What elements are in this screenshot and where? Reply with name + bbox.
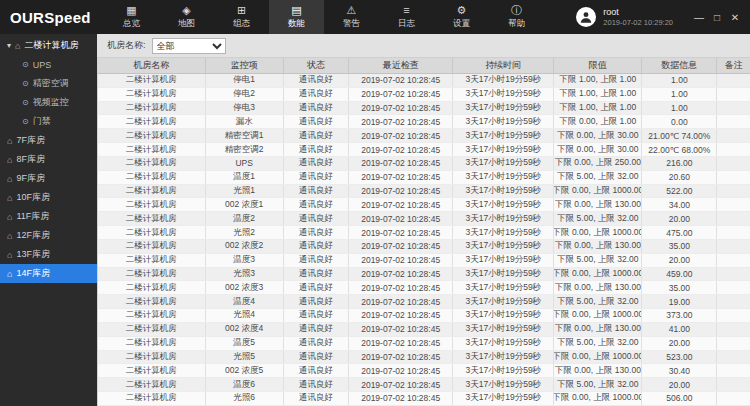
sidebar-item-精密空调[interactable]: ⊙精密空调 bbox=[0, 74, 97, 93]
nav-item-帮助[interactable]: ⓘ帮助 bbox=[489, 0, 544, 34]
close-button[interactable]: ✕ bbox=[726, 0, 744, 34]
sidebar-item-8F库房[interactable]: ⌂8F库房 bbox=[0, 150, 97, 169]
table-row[interactable]: 二楼计算机房温度4通讯良好2019-07-02 10:28:453天17小时19… bbox=[98, 295, 750, 309]
sidebar-item-label: UPS bbox=[33, 60, 52, 70]
sidebar-item-视频监控[interactable]: ⊙视频监控 bbox=[0, 93, 97, 112]
table-row[interactable]: 二楼计算机房温度5通讯良好2019-07-02 10:28:453天17小时19… bbox=[98, 337, 750, 351]
table-cell: 2019-07-02 10:28:45 bbox=[349, 143, 453, 156]
table-cell: 二楼计算机房 bbox=[98, 198, 206, 211]
nav-item-设置[interactable]: ⚙设置 bbox=[434, 0, 489, 34]
table-row[interactable]: 二楼计算机房002 浓度4通讯良好2019-07-02 10:28:453天17… bbox=[98, 323, 750, 337]
table-row[interactable]: 二楼计算机房光照5通讯良好2019-07-02 10:28:453天17小时19… bbox=[98, 351, 750, 365]
table-cell: 下限 5.00, 上限 32.00 bbox=[554, 337, 642, 350]
room-filter-select[interactable]: 全部 bbox=[152, 38, 226, 54]
table-cell bbox=[717, 254, 750, 267]
sidebar-item-13F库房[interactable]: ⌂13F库房 bbox=[0, 245, 97, 264]
table-row[interactable]: 二楼计算机房002 浓度3通讯良好2019-07-02 10:28:453天17… bbox=[98, 281, 750, 295]
maximize-button[interactable]: □ bbox=[708, 0, 726, 34]
table-row[interactable]: 二楼计算机房光照1通讯良好2019-07-02 10:28:453天17小时19… bbox=[98, 185, 750, 199]
table-cell: 通讯良好 bbox=[284, 198, 349, 211]
table-cell bbox=[717, 364, 750, 377]
table-cell: 下限 5.00, 上限 32.00 bbox=[554, 378, 642, 391]
minimize-button[interactable]: — bbox=[690, 0, 708, 34]
table-cell: 35.00 bbox=[642, 240, 717, 253]
table-cell: 二楼计算机房 bbox=[98, 281, 206, 294]
table-cell: 下限 0.00, 上限 130.00 bbox=[554, 281, 642, 294]
table-cell: 475.00 bbox=[642, 226, 717, 239]
table-cell: 通讯良好 bbox=[284, 378, 349, 391]
table-row[interactable]: 二楼计算机房温度1通讯良好2019-07-02 10:28:453天17小时19… bbox=[98, 171, 750, 185]
table-row[interactable]: 二楼计算机房精密空调1通讯良好2019-07-02 10:28:453天17小时… bbox=[98, 129, 750, 143]
top-nav: ▦总览◈地图⊞组态▤数能⚠警告≡日志⚙设置ⓘ帮助 bbox=[104, 0, 544, 34]
table-cell: 3天17小时19分59秒 bbox=[453, 364, 554, 377]
table-cell: 停电2 bbox=[206, 88, 284, 101]
table-row[interactable]: 二楼计算机房停电2通讯良好2019-07-02 10:28:453天17小时19… bbox=[98, 88, 750, 102]
nav-item-组态[interactable]: ⊞组态 bbox=[214, 0, 269, 34]
table-cell: 二楼计算机房 bbox=[98, 185, 206, 198]
sidebar-item-label: 11F库房 bbox=[16, 210, 49, 223]
table-row[interactable]: 二楼计算机房光照6通讯良好2019-07-02 10:28:453天17小时19… bbox=[98, 392, 750, 406]
table-cell bbox=[717, 157, 750, 170]
table-row[interactable]: 二楼计算机房002 浓度5通讯良好2019-07-02 10:28:453天17… bbox=[98, 364, 750, 378]
sidebar-item-门禁[interactable]: ⊙门禁 bbox=[0, 112, 97, 131]
table-cell: 温度5 bbox=[206, 337, 284, 350]
table-cell: 通讯良好 bbox=[284, 323, 349, 336]
table-cell: 21.00℃ 74.00% bbox=[642, 129, 717, 142]
table-row[interactable]: 二楼计算机房光照3通讯良好2019-07-02 10:28:453天17小时19… bbox=[98, 268, 750, 282]
map-icon: ◈ bbox=[182, 5, 190, 16]
nav-item-数能[interactable]: ▤数能 bbox=[269, 0, 324, 34]
table-cell: 通讯良好 bbox=[284, 337, 349, 350]
table-cell: 通讯良好 bbox=[284, 88, 349, 101]
table-row[interactable]: 二楼计算机房漏水通讯良好2019-07-02 10:28:453天17小时19分… bbox=[98, 115, 750, 129]
sidebar-item-label: 9F库房 bbox=[16, 172, 45, 185]
nav-item-地图[interactable]: ◈地图 bbox=[159, 0, 214, 34]
user-avatar-icon[interactable] bbox=[576, 7, 596, 27]
table-cell: 3天17小时19分59秒 bbox=[453, 392, 554, 405]
table-cell: 通讯良好 bbox=[284, 254, 349, 267]
sidebar-item-7F库房[interactable]: ⌂7F库房 bbox=[0, 131, 97, 150]
sidebar-item-14F库房[interactable]: ⌂14F库房 bbox=[0, 264, 97, 283]
table-row[interactable]: 二楼计算机房光照4通讯良好2019-07-02 10:28:453天17小时19… bbox=[98, 309, 750, 323]
app-logo: OURSpeed bbox=[0, 0, 104, 34]
table-cell: 1.00 bbox=[642, 88, 717, 101]
sidebar-item-11F库房[interactable]: ⌂11F库房 bbox=[0, 207, 97, 226]
dot-icon: ⊙ bbox=[22, 60, 29, 69]
table-row[interactable]: 二楼计算机房精密空调2通讯良好2019-07-02 10:28:453天17小时… bbox=[98, 143, 750, 157]
table-row[interactable]: 二楼计算机房光照2通讯良好2019-07-02 10:28:453天17小时19… bbox=[98, 226, 750, 240]
nav-item-警告[interactable]: ⚠警告 bbox=[324, 0, 379, 34]
table-cell: 3天17小时19分59秒 bbox=[453, 185, 554, 198]
table-cell bbox=[717, 309, 750, 322]
table-row[interactable]: 二楼计算机房停电3通讯良好2019-07-02 10:28:453天17小时19… bbox=[98, 102, 750, 116]
table-cell bbox=[717, 240, 750, 253]
table-cell: 下限 0.00, 上限 1000.00 bbox=[554, 185, 642, 198]
table-row[interactable]: 二楼计算机房温度3通讯良好2019-07-02 10:28:453天17小时19… bbox=[98, 254, 750, 268]
sidebar-item-label: 7F库房 bbox=[16, 134, 45, 147]
table-row[interactable]: 二楼计算机房002 浓度1通讯良好2019-07-02 10:28:453天17… bbox=[98, 198, 750, 212]
sidebar-item-12F库房[interactable]: ⌂12F库房 bbox=[0, 226, 97, 245]
table-row[interactable]: 二楼计算机房温度6通讯良好2019-07-02 10:28:453天17小时19… bbox=[98, 378, 750, 392]
table-cell: 下限 0.00, 上限 1000.00 bbox=[554, 226, 642, 239]
table-cell: 下限 0.00, 上限 130.00 bbox=[554, 198, 642, 211]
settings-gear-icon: ⚙ bbox=[457, 5, 467, 16]
nav-item-总览[interactable]: ▦总览 bbox=[104, 0, 159, 34]
table-cell: 二楼计算机房 bbox=[98, 157, 206, 170]
username: root bbox=[603, 7, 673, 18]
table-cell: 通讯良好 bbox=[284, 102, 349, 115]
nav-item-日志[interactable]: ≡日志 bbox=[379, 0, 434, 34]
sidebar-item-9F库房[interactable]: ⌂9F库房 bbox=[0, 169, 97, 188]
sidebar-item-10F库房[interactable]: ⌂10F库房 bbox=[0, 188, 97, 207]
table-row[interactable]: 二楼计算机房温度2通讯良好2019-07-02 10:28:453天17小时19… bbox=[98, 212, 750, 226]
table-row[interactable]: 二楼计算机房002 浓度2通讯良好2019-07-02 10:28:453天17… bbox=[98, 240, 750, 254]
sidebar-item-root-room[interactable]: ▾⌂二楼计算机房 bbox=[0, 36, 97, 55]
table-cell: 2019-07-02 10:28:45 bbox=[349, 309, 453, 322]
datetime: 2019-07-02 10:29:20 bbox=[603, 18, 673, 27]
column-header: 机房名称 bbox=[98, 58, 206, 73]
table-cell: 二楼计算机房 bbox=[98, 129, 206, 142]
table-row[interactable]: 二楼计算机房UPS通讯良好2019-07-02 10:28:453天17小时19… bbox=[98, 157, 750, 171]
table-cell: 下限 0.00, 上限 1000.00 bbox=[554, 309, 642, 322]
table-cell: 二楼计算机房 bbox=[98, 295, 206, 308]
table-row[interactable]: 二楼计算机房停电1通讯良好2019-07-02 10:28:453天17小时19… bbox=[98, 74, 750, 88]
table-cell: 下限 0.00, 上限 130.00 bbox=[554, 240, 642, 253]
sidebar-item-UPS[interactable]: ⊙UPS bbox=[0, 55, 97, 74]
table-cell: 二楼计算机房 bbox=[98, 102, 206, 115]
